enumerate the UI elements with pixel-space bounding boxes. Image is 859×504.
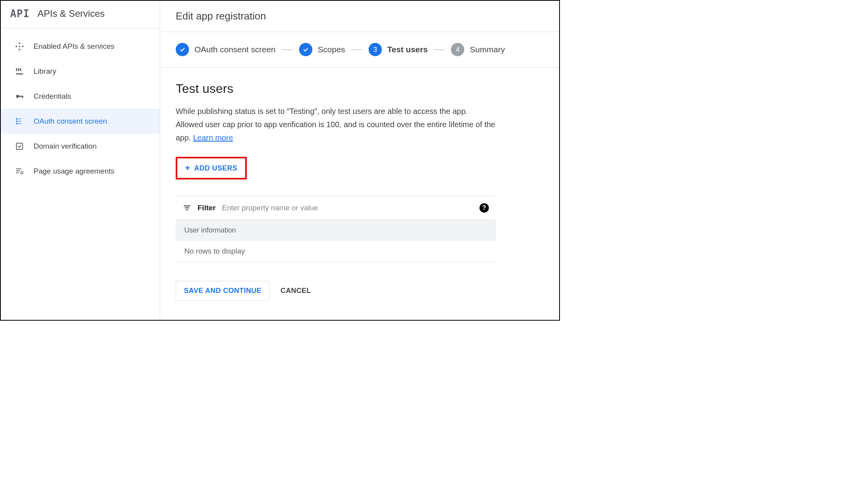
- svg-point-12: [16, 118, 18, 120]
- sidebar-item-label: Domain verification: [34, 142, 97, 151]
- svg-rect-1: [18, 49, 20, 51]
- sidebar-item-page-usage[interactable]: Page usage agreements: [1, 159, 160, 184]
- svg-rect-22: [184, 206, 191, 206]
- step-scopes[interactable]: Scopes: [299, 43, 345, 56]
- content: Test users While publishing status is se…: [160, 67, 511, 315]
- svg-rect-17: [16, 170, 20, 171]
- settings-list-icon: [15, 167, 24, 176]
- sidebar-nav: Enabled APIs & services Library Credenti…: [1, 28, 160, 184]
- sidebar: API APIs & Services Enabled APIs & servi…: [1, 1, 160, 320]
- sidebar-item-label: Credentials: [34, 92, 71, 101]
- step-label: Test users: [387, 45, 428, 54]
- svg-rect-8: [16, 73, 23, 75]
- check-icon: [176, 43, 189, 56]
- svg-rect-11: [22, 96, 23, 98]
- svg-rect-6: [18, 68, 19, 71]
- sidebar-item-library[interactable]: Library: [1, 59, 160, 84]
- main: Edit app registration OAuth consent scre…: [160, 1, 559, 320]
- svg-rect-3: [22, 45, 24, 47]
- step-number: 4: [451, 43, 464, 56]
- svg-rect-0: [18, 42, 20, 44]
- sidebar-item-label: OAuth consent screen: [34, 117, 107, 126]
- svg-point-9: [16, 95, 19, 98]
- step-label: Summary: [470, 45, 505, 54]
- diamond-icon: [15, 42, 24, 51]
- section-description: While publishing status is set to "Testi…: [176, 105, 496, 144]
- page-title: Edit app registration: [160, 1, 559, 32]
- svg-rect-4: [18, 45, 20, 47]
- add-users-label: ADD USERS: [194, 164, 237, 172]
- step-label: Scopes: [318, 45, 345, 54]
- users-table: Filter ? User information No rows to dis…: [176, 196, 496, 262]
- svg-rect-16: [16, 169, 21, 169]
- sidebar-header: API APIs & Services: [1, 1, 160, 28]
- svg-rect-5: [16, 68, 17, 71]
- svg-rect-7: [20, 68, 21, 71]
- table-empty: No rows to display: [176, 241, 496, 262]
- svg-point-19: [21, 172, 23, 174]
- sidebar-item-enabled-apis[interactable]: Enabled APIs & services: [1, 34, 160, 59]
- help-icon[interactable]: ?: [479, 203, 489, 213]
- filter-label: Filter: [198, 204, 216, 212]
- svg-rect-2: [15, 45, 17, 47]
- filter-input[interactable]: [222, 204, 473, 212]
- api-logo: API: [10, 8, 30, 20]
- cancel-button[interactable]: CANCEL: [281, 287, 311, 295]
- check-icon: [299, 43, 312, 56]
- svg-rect-21: [21, 174, 22, 174]
- key-icon: [15, 92, 24, 101]
- svg-rect-15: [16, 143, 23, 149]
- add-users-button[interactable]: + ADD USERS: [179, 160, 244, 176]
- step-separator: [282, 50, 293, 50]
- step-oauth-consent[interactable]: OAuth consent screen: [176, 43, 276, 56]
- step-number: 3: [369, 43, 382, 56]
- learn-more-link[interactable]: Learn more: [193, 133, 233, 142]
- form-actions: SAVE AND CONTINUE CANCEL: [176, 281, 496, 301]
- step-label: OAuth consent screen: [194, 45, 276, 54]
- check-box-icon: [15, 142, 24, 151]
- sidebar-item-label: Enabled APIs & services: [34, 42, 114, 51]
- svg-rect-20: [21, 171, 22, 172]
- filter-row: Filter ?: [176, 196, 496, 220]
- svg-rect-24: [186, 209, 188, 210]
- step-test-users[interactable]: 3 Test users: [369, 43, 428, 56]
- svg-rect-23: [185, 208, 189, 208]
- filter-icon: [183, 204, 191, 212]
- consent-icon: [15, 117, 24, 126]
- svg-rect-18: [16, 172, 19, 173]
- step-summary[interactable]: 4 Summary: [451, 43, 505, 56]
- sidebar-item-domain-verification[interactable]: Domain verification: [1, 134, 160, 159]
- library-icon: [15, 67, 24, 76]
- sidebar-item-oauth-consent[interactable]: OAuth consent screen: [1, 109, 160, 134]
- svg-point-14: [16, 123, 18, 124]
- section-title: Test users: [176, 82, 496, 96]
- svg-point-13: [16, 121, 18, 122]
- save-and-continue-button[interactable]: SAVE AND CONTINUE: [176, 281, 270, 301]
- sidebar-title: APIs & Services: [37, 8, 105, 19]
- stepper: OAuth consent screen Scopes 3 Test users…: [160, 32, 559, 67]
- step-separator: [351, 50, 362, 50]
- add-users-highlight: + ADD USERS: [176, 157, 247, 179]
- table-header: User information: [176, 220, 496, 241]
- sidebar-item-label: Page usage agreements: [34, 167, 114, 176]
- step-separator: [434, 50, 445, 50]
- sidebar-item-credentials[interactable]: Credentials: [1, 84, 160, 109]
- sidebar-item-label: Library: [34, 67, 56, 76]
- plus-icon: +: [185, 164, 190, 172]
